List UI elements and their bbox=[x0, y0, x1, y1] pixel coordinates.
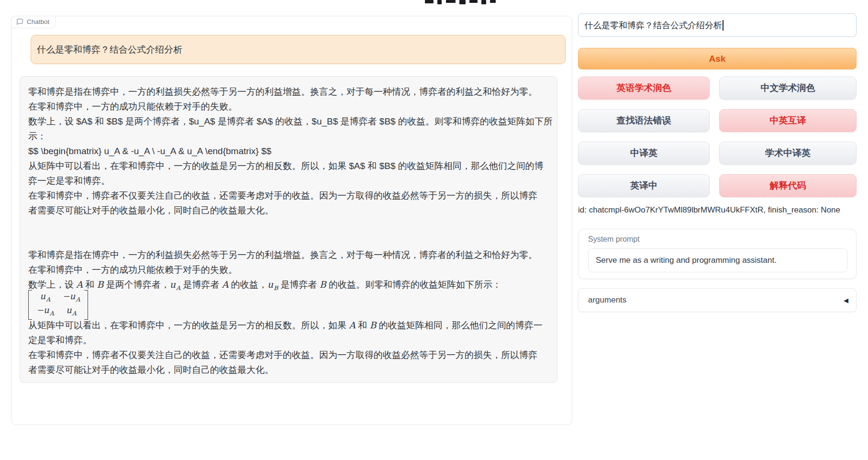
message-line: 在零和博弈中，一方的成功只能依赖于对手的失败。 bbox=[28, 99, 547, 114]
ask-button[interactable]: Ask bbox=[578, 48, 857, 69]
btn-en-to-zh[interactable]: 英译中 bbox=[578, 174, 710, 197]
btn-english-academic-polish[interactable]: 英语学术润色 bbox=[578, 77, 710, 100]
message-line: 在零和博弈中，博弈者不仅要关注自己的收益，还需要考虑对手的收益。因为一方取得的收… bbox=[28, 188, 547, 203]
arguments-accordion-label: arguments bbox=[588, 295, 626, 305]
btn-academic-zh-to-en[interactable]: 学术中译英 bbox=[719, 142, 857, 165]
paragraph-gap bbox=[28, 218, 547, 247]
message-line: 数学上，设 A 和 B 是两个博弈者，uA 是博弈者 A 的收益，uB 是博弈者… bbox=[28, 277, 547, 292]
message-line: $$ \begin{bmatrix} u_A & -u_A \ -u_A & u… bbox=[28, 144, 547, 158]
text-caret bbox=[723, 20, 723, 31]
chatbot-panel-label: Chatbot bbox=[11, 16, 56, 28]
bot-message-rendered-block: 零和博弈是指在博弈中，一方的利益损失必然等于另一方的利益增益。换言之，对于每一种… bbox=[28, 247, 547, 377]
message-line: 示： bbox=[28, 129, 547, 144]
question-input[interactable]: 什么是零和博弈？结合公式介绍分析 bbox=[578, 13, 857, 37]
quick-actions-grid: 英语学术润色 中文学术润色 查找语法错误 中英互译 中译英 学术中译英 英译中 … bbox=[578, 77, 857, 197]
message-line: 零和博弈是指在博弈中，一方的利益损失必然等于另一方的利益增益。换言之，对于每一种… bbox=[28, 84, 547, 99]
chatbot-panel: Chatbot 什么是零和博弈？结合公式介绍分析 零和博弈是指在博弈中，一方的利… bbox=[11, 16, 572, 425]
system-prompt-group: System prompt Serve me as a writing and … bbox=[578, 229, 857, 279]
message-line: 从矩阵中可以看出，在零和博弈中，一方的收益是另一方的相反数。所以，如果 $A$ … bbox=[28, 158, 547, 173]
message-line: 在零和博弈中，博弈者不仅要关注自己的收益，还需要考虑对手的收益。因为一方取得的收… bbox=[28, 348, 547, 362]
question-input-value: 什么是零和博弈？结合公式介绍分析 bbox=[584, 20, 722, 31]
message-line: 弈一定是零和博弈。 bbox=[28, 173, 547, 188]
user-message-bubble: 什么是零和博弈？结合公式介绍分析 bbox=[31, 35, 566, 64]
user-message-text: 什么是零和博弈？结合公式介绍分析 bbox=[37, 44, 182, 56]
message-line: 从矩阵中可以看出，在零和博弈中，一方的收益是另一方的相反数。所以，如果 A 和 … bbox=[28, 318, 547, 333]
btn-zh-to-en[interactable]: 中译英 bbox=[578, 142, 710, 165]
cropped-page-title bbox=[425, 0, 497, 5]
system-prompt-value: Serve me as a writing and programming as… bbox=[596, 256, 777, 265]
system-prompt-input[interactable]: Serve me as a writing and programming as… bbox=[588, 248, 847, 272]
bot-message-raw-latex-block: 零和博弈是指在博弈中，一方的利益损失必然等于另一方的利益增益。换言之，对于每一种… bbox=[28, 84, 547, 218]
message-line: 在零和博弈中，一方的成功只能依赖于对手的失败。 bbox=[28, 262, 547, 277]
response-status-line: id: chatcmpl-6wOo7KrYTwMl89lbrMWRu4UkFFX… bbox=[578, 205, 857, 215]
message-line: 定是零和博弈。 bbox=[28, 333, 547, 348]
accordion-collapse-icon: ◀ bbox=[844, 297, 848, 304]
message-line: 数学上，设 $A$ 和 $B$ 是两个博弈者，$u_A$ 是博弈者 $A$ 的收… bbox=[28, 114, 547, 129]
message-line: 零和博弈是指在博弈中，一方的利益损失必然等于另一方的利益增益。换言之，对于每一种… bbox=[28, 247, 547, 262]
bot-message-bubble: 零和博弈是指在博弈中，一方的利益损失必然等于另一方的利益增益。换言之，对于每一种… bbox=[20, 76, 557, 383]
app-canvas: Chatbot 什么是零和博弈？结合公式介绍分析 零和博弈是指在博弈中，一方的利… bbox=[0, 0, 868, 460]
message-line: 者需要尽可能让对手的收益最小化，同时自己的收益最大化。 bbox=[28, 203, 547, 218]
btn-zh-en-mutual-translate[interactable]: 中英互译 bbox=[719, 109, 857, 132]
chatbot-panel-label-text: Chatbot bbox=[27, 18, 49, 25]
arguments-accordion[interactable]: arguments ◀ bbox=[578, 288, 857, 312]
system-prompt-label: System prompt bbox=[588, 235, 640, 244]
btn-chinese-academic-polish[interactable]: 中文学术润色 bbox=[719, 77, 857, 100]
message-line: 者需要尽可能让对手的收益最小化，同时自己的收益最大化。 bbox=[28, 362, 547, 377]
btn-explain-code[interactable]: 解释代码 bbox=[719, 174, 857, 197]
payoff-matrix: uA−uA−uAuA bbox=[28, 292, 547, 318]
btn-find-grammar-errors[interactable]: 查找语法错误 bbox=[578, 109, 710, 132]
chat-bubble-icon bbox=[16, 18, 23, 25]
